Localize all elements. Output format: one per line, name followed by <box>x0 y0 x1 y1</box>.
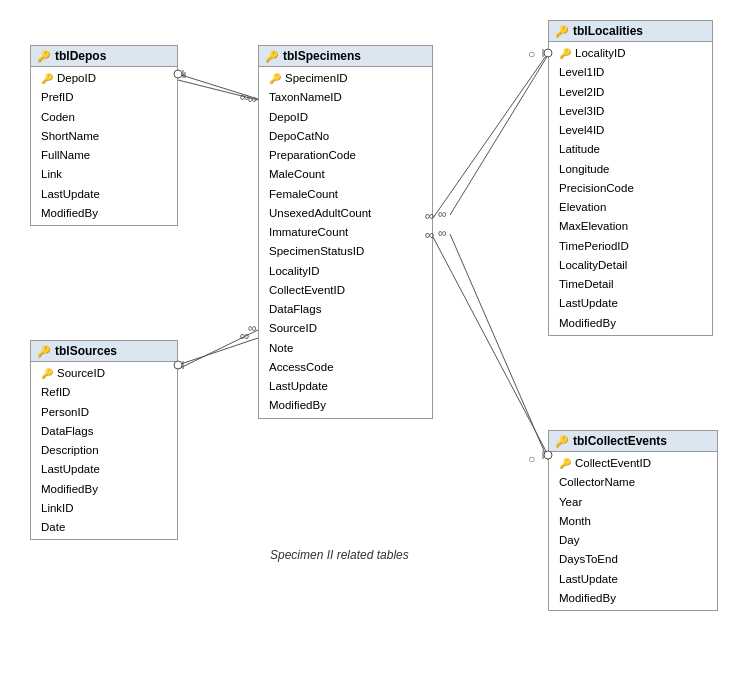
svg-line-0 <box>170 78 258 100</box>
field-UnsexedAdultCount: UnsexedAdultCount <box>259 204 432 223</box>
field-CollectEventID: 🔑CollectEventID <box>549 454 717 473</box>
field-ModifiedBy-spec: ModifiedBy <box>259 396 432 415</box>
table-header-tblDepos: 🔑 tblDepos <box>31 46 177 67</box>
field-SourceID-spec: SourceID <box>259 319 432 338</box>
field-ModifiedBy-loc: ModifiedBy <box>549 314 712 333</box>
diagram-container: ∞ ○— ○— ∞ ○ ∞ ○ ∞ 🔑 tblDepos 🔑DepoID Pre… <box>0 0 741 687</box>
field-LocalityID: 🔑LocalityID <box>549 44 712 63</box>
table-header-tblSources: 🔑 tblSources <box>31 341 177 362</box>
table-body-tblSources: 🔑SourceID RefID PersonID DataFlags Descr… <box>31 362 177 539</box>
field-SpecimenID: 🔑SpecimenID <box>259 69 432 88</box>
svg-text:○: ○ <box>528 47 535 61</box>
key-LocalityID: 🔑 <box>559 46 571 61</box>
field-LastUpdate-depos: LastUpdate <box>31 185 177 204</box>
field-MaleCount: MaleCount <box>259 165 432 184</box>
table-tblSpecimens: 🔑 tblSpecimens 🔑SpecimenID TaxonNameID D… <box>258 45 433 419</box>
field-MaxElevation: MaxElevation <box>549 217 712 236</box>
table-body-tblDepos: 🔑DepoID PrefID Coden ShortName FullName … <box>31 67 177 225</box>
field-DaysToEnd: DaysToEnd <box>549 550 717 569</box>
table-tblCollectEvents: 🔑 tblCollectEvents 🔑CollectEventID Colle… <box>548 430 718 611</box>
field-Level2ID: Level2ID <box>549 83 712 102</box>
field-Coden: Coden <box>31 108 177 127</box>
table-title-tblDepos: tblDepos <box>55 49 106 63</box>
key-icon-tblSpecimens: 🔑 <box>265 50 279 63</box>
field-TaxonNameID: TaxonNameID <box>259 88 432 107</box>
field-Level4ID: Level4ID <box>549 121 712 140</box>
field-Day: Day <box>549 531 717 550</box>
table-header-tblCollectEvents: 🔑 tblCollectEvents <box>549 431 717 452</box>
key-SourceID: 🔑 <box>41 366 53 381</box>
field-Description: Description <box>31 441 177 460</box>
field-Year: Year <box>549 493 717 512</box>
table-title-tblLocalities: tblLocalities <box>573 24 643 38</box>
key-DepoID: 🔑 <box>41 71 53 86</box>
svg-text:∞: ∞ <box>248 92 257 106</box>
field-LastUpdate-loc: LastUpdate <box>549 294 712 313</box>
field-ModifiedBy-sources: ModifiedBy <box>31 480 177 499</box>
field-Link: Link <box>31 165 177 184</box>
field-CollectEventID-spec: CollectEventID <box>259 281 432 300</box>
svg-line-8 <box>450 55 548 215</box>
field-FemaleCount: FemaleCount <box>259 185 432 204</box>
field-LastUpdate-sources: LastUpdate <box>31 460 177 479</box>
field-FullName: FullName <box>31 146 177 165</box>
svg-line-18 <box>178 338 258 365</box>
svg-line-26 <box>433 237 548 455</box>
table-tblSources: 🔑 tblSources 🔑SourceID RefID PersonID Da… <box>30 340 178 540</box>
field-DepoID-spec: DepoID <box>259 108 432 127</box>
svg-line-14 <box>178 74 258 99</box>
field-LocalityID-spec: LocalityID <box>259 262 432 281</box>
table-body-tblLocalities: 🔑LocalityID Level1ID Level2ID Level3ID L… <box>549 42 712 335</box>
field-Level3ID: Level3ID <box>549 102 712 121</box>
field-Month: Month <box>549 512 717 531</box>
field-Latitude: Latitude <box>549 140 712 159</box>
field-RefID: RefID <box>31 383 177 402</box>
key-icon-tblLocalities: 🔑 <box>555 25 569 38</box>
svg-text:∞: ∞ <box>240 328 249 343</box>
field-PreparationCode: PreparationCode <box>259 146 432 165</box>
svg-text:∞: ∞ <box>438 226 447 240</box>
field-Note: Note <box>259 339 432 358</box>
table-title-tblCollectEvents: tblCollectEvents <box>573 434 667 448</box>
key-icon-tblSources: 🔑 <box>37 345 51 358</box>
table-body-tblSpecimens: 🔑SpecimenID TaxonNameID DepoID DepoCatNo… <box>259 67 432 418</box>
field-Level1ID: Level1ID <box>549 63 712 82</box>
field-SourceID: 🔑SourceID <box>31 364 177 383</box>
key-icon-tblCollectEvents: 🔑 <box>555 435 569 448</box>
key-icon-tblDepos: 🔑 <box>37 50 51 63</box>
table-title-tblSources: tblSources <box>55 344 117 358</box>
field-DepoCatNo: DepoCatNo <box>259 127 432 146</box>
field-ImmatureCount: ImmatureCount <box>259 223 432 242</box>
field-CollectorName: CollectorName <box>549 473 717 492</box>
table-tblLocalities: 🔑 tblLocalities 🔑LocalityID Level1ID Lev… <box>548 20 713 336</box>
field-TimePeriodID: TimePeriodID <box>549 237 712 256</box>
field-Date: Date <box>31 518 177 537</box>
field-SpecimenStatusID: SpecimenStatusID <box>259 242 432 261</box>
svg-line-22 <box>433 53 548 218</box>
field-PrecisionCode: PrecisionCode <box>549 179 712 198</box>
field-LastUpdate-ce: LastUpdate <box>549 570 717 589</box>
field-DataFlags-sources: DataFlags <box>31 422 177 441</box>
field-ModifiedBy-ce: ModifiedBy <box>549 589 717 608</box>
field-Elevation: Elevation <box>549 198 712 217</box>
svg-line-5 <box>170 330 258 373</box>
key-SpecimenID: 🔑 <box>269 71 281 86</box>
field-DepoID: 🔑DepoID <box>31 69 177 88</box>
field-LinkID: LinkID <box>31 499 177 518</box>
table-title-tblSpecimens: tblSpecimens <box>283 49 361 63</box>
svg-text:∞: ∞ <box>438 207 447 221</box>
svg-line-11 <box>450 234 548 460</box>
diagram-caption: Specimen II related tables <box>270 548 409 562</box>
field-PersonID: PersonID <box>31 403 177 422</box>
key-CollectEventID: 🔑 <box>559 456 571 471</box>
table-header-tblLocalities: 🔑 tblLocalities <box>549 21 712 42</box>
svg-text:∞: ∞ <box>248 321 257 335</box>
field-ModifiedBy-depos: ModifiedBy <box>31 204 177 223</box>
field-ShortName: ShortName <box>31 127 177 146</box>
table-body-tblCollectEvents: 🔑CollectEventID CollectorName Year Month… <box>549 452 717 610</box>
field-AccessCode: AccessCode <box>259 358 432 377</box>
field-PrefID: PrefID <box>31 88 177 107</box>
svg-text:∞: ∞ <box>240 89 249 104</box>
table-tblDepos: 🔑 tblDepos 🔑DepoID PrefID Coden ShortNam… <box>30 45 178 226</box>
svg-text:○: ○ <box>528 452 535 466</box>
